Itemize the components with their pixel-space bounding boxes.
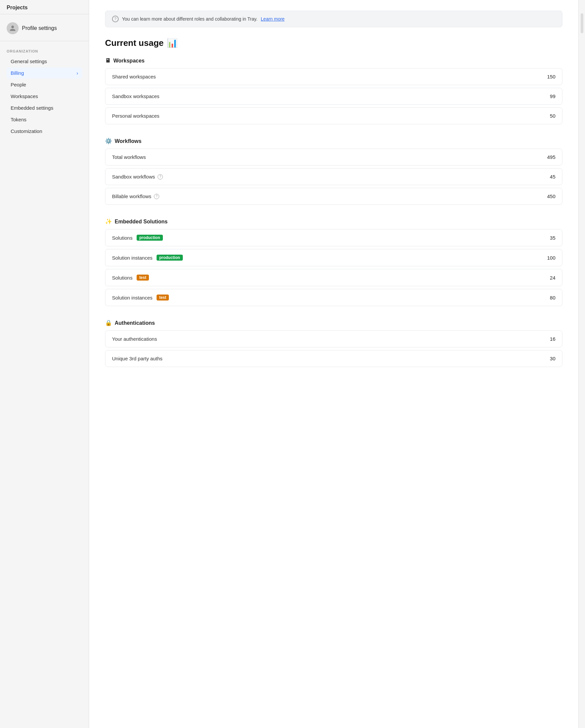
sidebar-item-embedded-settings[interactable]: Embedded settings: [7, 102, 82, 113]
workspaces-section: 🖥 Workspaces Shared workspaces 150 Sandb…: [105, 57, 562, 124]
nav-label: Customization: [11, 128, 42, 134]
nav-label: Billing: [11, 70, 24, 76]
test-badge: test: [137, 275, 149, 281]
billable-workflows-row: Billable workflows ? 450: [105, 188, 562, 205]
embedded-solutions-label: Embedded Solutions: [115, 219, 167, 225]
personal-workspaces-row: Personal workspaces 50: [105, 107, 562, 124]
org-section-label: ORGANIZATION: [7, 49, 82, 53]
page-title: Current usage 📊: [105, 38, 562, 48]
authentications-section: 🔒 Authentications Your authentications 1…: [105, 319, 562, 367]
sidebar-item-people[interactable]: People: [7, 79, 82, 90]
workflows-section: ⚙️ Workflows Total workflows 495 Sandbox…: [105, 138, 562, 205]
sandbox-workflows-value: 45: [550, 174, 555, 180]
billable-workflows-label: Billable workflows ?: [112, 193, 159, 199]
nav-label: Workspaces: [11, 94, 38, 99]
sidebar-nav: General settings Billing › People Worksp…: [7, 56, 82, 137]
your-authentications-label: Your authentications: [112, 336, 157, 342]
shared-workspaces-label: Shared workspaces: [112, 74, 156, 79]
learn-more-link[interactable]: Learn more: [261, 16, 285, 22]
total-workflows-value: 495: [547, 154, 555, 160]
unique-3rd-party-label: Unique 3rd party auths: [112, 356, 162, 361]
production-badge-2: production: [157, 255, 183, 261]
sandbox-workflows-row: Sandbox workflows ? 45: [105, 168, 562, 185]
workspaces-label: Workspaces: [113, 58, 144, 64]
solutions-production-value: 35: [550, 235, 555, 241]
sidebar-item-billing[interactable]: Billing ›: [7, 68, 82, 78]
shared-workspaces-row: Shared workspaces 150: [105, 68, 562, 85]
solution-instances-test-row: Solution instances test 80: [105, 289, 562, 306]
sidebar-item-workspaces[interactable]: Workspaces: [7, 91, 82, 102]
profile-label: Profile settings: [22, 25, 57, 31]
solutions-production-label: Solutions production: [112, 235, 163, 241]
workflows-icon: ⚙️: [105, 138, 112, 145]
authentications-icon: 🔒: [105, 319, 112, 327]
nav-label: People: [11, 82, 26, 87]
scrollbar[interactable]: [581, 13, 583, 33]
sidebar-item-tokens[interactable]: Tokens: [7, 114, 82, 125]
sandbox-workspaces-row: Sandbox workspaces 99: [105, 88, 562, 105]
solution-instances-test-value: 80: [550, 295, 555, 301]
your-authentications-value: 16: [550, 336, 555, 342]
nav-label: Tokens: [11, 117, 27, 122]
unique-3rd-party-value: 30: [550, 356, 555, 361]
nav-label: Embedded settings: [11, 105, 53, 111]
profile-section: Profile settings: [0, 14, 89, 41]
personal-workspaces-value: 50: [550, 113, 555, 119]
info-banner: ? You can learn more about different rol…: [105, 11, 562, 27]
sandbox-workflows-help-icon[interactable]: ?: [158, 174, 163, 180]
your-authentications-row: Your authentications 16: [105, 331, 562, 347]
billable-workflows-help-icon[interactable]: ?: [154, 194, 159, 199]
solutions-test-row: Solutions test 24: [105, 269, 562, 286]
solutions-test-value: 24: [550, 275, 555, 281]
info-icon: ?: [112, 16, 119, 22]
chevron-right-icon: ›: [76, 71, 78, 76]
solution-instances-production-value: 100: [547, 255, 555, 261]
workspaces-heading: 🖥 Workspaces: [105, 57, 562, 64]
projects-header: Projects: [0, 0, 89, 14]
sidebar-item-general-settings[interactable]: General settings: [7, 56, 82, 67]
workspaces-icon: 🖥: [105, 57, 111, 64]
production-badge: production: [137, 235, 163, 241]
sandbox-workflows-label: Sandbox workflows ?: [112, 174, 163, 180]
main-content: ? You can learn more about different rol…: [89, 0, 578, 728]
embedded-solutions-heading: ✨ Embedded Solutions: [105, 218, 562, 225]
solution-instances-test-label: Solution instances test: [112, 294, 169, 301]
workflows-label: Workflows: [115, 138, 141, 144]
sidebar: Projects Profile settings ORGANIZATION G…: [0, 0, 89, 728]
embedded-solutions-section: ✨ Embedded Solutions Solutions productio…: [105, 218, 562, 306]
solutions-production-row: Solutions production 35: [105, 229, 562, 246]
total-workflows-row: Total workflows 495: [105, 149, 562, 165]
right-side-panel: [578, 0, 585, 728]
sandbox-workspaces-value: 99: [550, 94, 555, 99]
solution-instances-production-label: Solution instances production: [112, 255, 183, 261]
sidebar-item-customization[interactable]: Customization: [7, 126, 82, 137]
workflows-heading: ⚙️ Workflows: [105, 138, 562, 145]
page-title-text: Current usage: [105, 38, 163, 48]
test-badge-2: test: [157, 294, 169, 301]
sandbox-workspaces-label: Sandbox workspaces: [112, 94, 160, 99]
authentications-label: Authentications: [115, 320, 155, 326]
avatar: [7, 22, 19, 34]
embedded-solutions-icon: ✨: [105, 218, 112, 225]
banner-text: You can learn more about different roles…: [122, 16, 258, 22]
shared-workspaces-value: 150: [547, 74, 555, 79]
solution-instances-production-row: Solution instances production 100: [105, 249, 562, 266]
unique-3rd-party-row: Unique 3rd party auths 30: [105, 350, 562, 367]
authentications-heading: 🔒 Authentications: [105, 319, 562, 327]
personal-workspaces-label: Personal workspaces: [112, 113, 160, 119]
projects-label: Projects: [7, 5, 28, 10]
solutions-test-label: Solutions test: [112, 275, 149, 281]
total-workflows-label: Total workflows: [112, 154, 146, 160]
org-section: ORGANIZATION General settings Billing › …: [0, 41, 89, 140]
billable-workflows-value: 450: [547, 193, 555, 199]
nav-label: General settings: [11, 58, 47, 64]
profile-row[interactable]: Profile settings: [7, 22, 82, 34]
page-title-emoji: 📊: [167, 38, 178, 48]
